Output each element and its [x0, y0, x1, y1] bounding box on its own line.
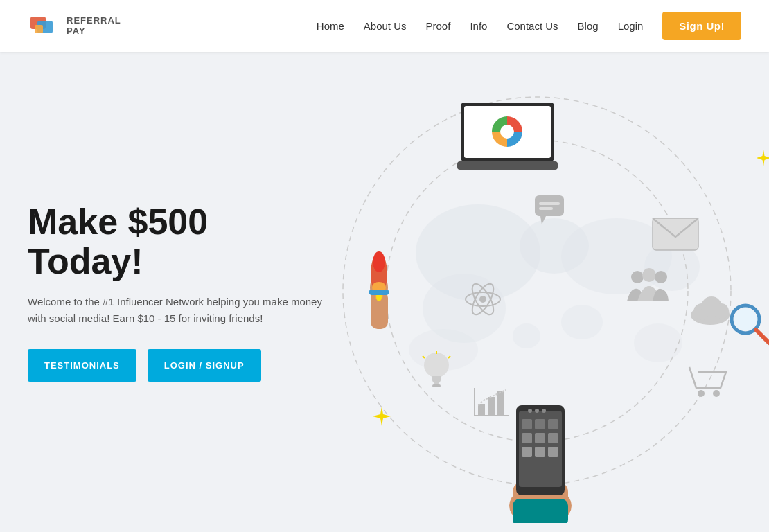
signup-button[interactable]: Sign Up! — [662, 12, 741, 40]
svg-rect-27 — [522, 433, 532, 443]
svg-rect-28 — [535, 433, 545, 443]
svg-line-63 — [423, 356, 425, 358]
svg-rect-24 — [522, 419, 532, 429]
lightbulb-icon — [419, 350, 454, 398]
svg-point-53 — [631, 271, 644, 283]
svg-rect-21 — [513, 499, 568, 523]
svg-rect-61 — [432, 384, 441, 387]
svg-rect-2 — [35, 25, 43, 33]
svg-point-33 — [528, 409, 532, 413]
atom-icon — [464, 281, 502, 325]
hero-buttons: TESTIMONIALS LOGIN / SIGNUP — [28, 349, 333, 382]
search-icon — [727, 301, 769, 353]
svg-rect-46 — [539, 202, 560, 205]
logo-icon — [28, 10, 61, 43]
laptop-icon — [457, 99, 558, 172]
hero-content: Make $500 Today! Welcome to the #1 Influ… — [0, 202, 333, 382]
header: REFERRAL PAY Home About Us Proof Info Co… — [0, 0, 769, 52]
svg-marker-75 — [373, 407, 391, 426]
svg-rect-44 — [535, 195, 564, 216]
svg-point-52 — [479, 296, 486, 303]
email-icon — [651, 215, 700, 259]
rocket-icon — [353, 249, 405, 339]
svg-rect-16 — [457, 161, 558, 170]
svg-point-18 — [500, 125, 514, 139]
svg-point-55 — [655, 271, 667, 283]
svg-rect-30 — [522, 447, 532, 457]
hero-subtitle: Welcome to the #1 Influencer Network hel… — [28, 294, 333, 327]
svg-point-59 — [714, 303, 729, 319]
svg-rect-69 — [497, 391, 504, 416]
svg-rect-68 — [488, 397, 495, 416]
svg-point-74 — [734, 308, 757, 330]
sparkle-icon-3 — [754, 149, 769, 172]
svg-line-73 — [756, 330, 769, 343]
logo-text: REFERRAL PAY — [67, 16, 121, 36]
nav-proof[interactable]: Proof — [426, 20, 451, 32]
svg-point-60 — [424, 353, 449, 378]
svg-rect-31 — [535, 447, 545, 457]
main-nav: Home About Us Proof Info Contact Us Blog… — [317, 12, 741, 40]
chat-icon — [533, 194, 569, 231]
bar-chart-icon — [471, 384, 513, 425]
svg-rect-43 — [369, 290, 389, 295]
svg-rect-47 — [539, 207, 553, 210]
svg-rect-32 — [548, 447, 558, 457]
svg-rect-26 — [548, 419, 558, 429]
svg-rect-67 — [478, 404, 485, 416]
hero-illustration — [298, 66, 769, 532]
nav-contact[interactable]: Contact Us — [506, 20, 558, 32]
svg-point-35 — [542, 409, 546, 413]
nav-about[interactable]: About Us — [364, 20, 407, 32]
nav-info[interactable]: Info — [470, 20, 487, 32]
nav-home[interactable]: Home — [317, 20, 344, 32]
hero-section: Make $500 Today! Welcome to the #1 Influ… — [0, 52, 769, 532]
svg-line-64 — [448, 356, 450, 358]
svg-point-70 — [698, 390, 705, 397]
svg-point-54 — [642, 268, 656, 282]
svg-marker-77 — [757, 150, 769, 166]
svg-rect-25 — [535, 419, 545, 429]
svg-point-71 — [713, 390, 720, 397]
svg-point-34 — [535, 409, 539, 413]
login-signup-button[interactable]: LOGIN / SIGNUP — [148, 349, 261, 382]
svg-point-39 — [373, 251, 385, 272]
logo: REFERRAL PAY — [28, 10, 121, 43]
sparkle-icon-1 — [371, 405, 393, 432]
testimonials-button[interactable]: TESTIMONIALS — [28, 349, 136, 382]
nav-login[interactable]: Login — [618, 20, 644, 32]
people-icon — [624, 267, 672, 311]
svg-marker-45 — [540, 216, 546, 224]
nav-blog[interactable]: Blog — [578, 20, 599, 32]
hero-title: Make $500 Today! — [28, 202, 333, 281]
svg-rect-29 — [548, 433, 558, 443]
cart-icon — [686, 364, 727, 408]
